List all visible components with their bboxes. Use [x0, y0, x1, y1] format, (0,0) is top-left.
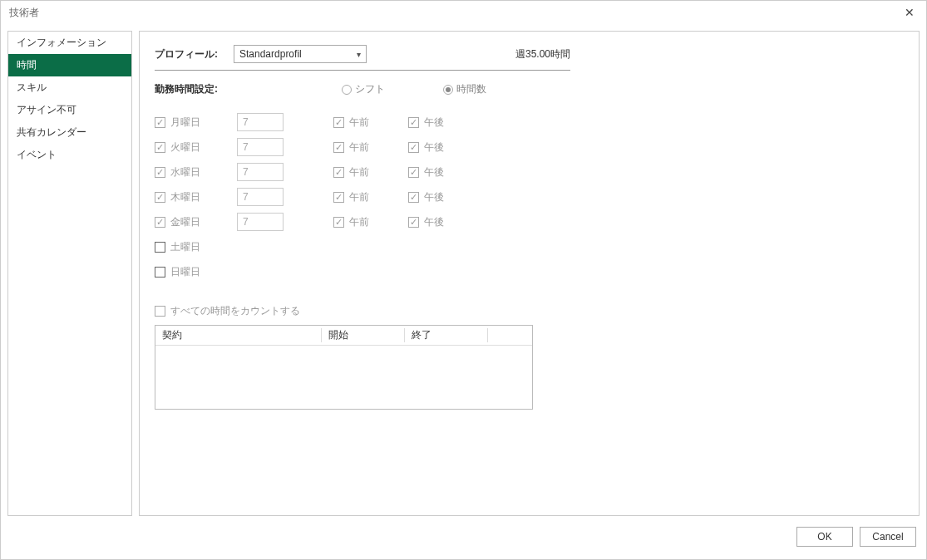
am-label: 午前 [349, 190, 369, 204]
sidebar-item-3[interactable]: アサイン不可 [8, 99, 131, 121]
am-checkbox[interactable] [333, 167, 344, 178]
am-label: 午前 [349, 165, 369, 179]
day-grid: 月曜日午前午後火曜日午前午後水曜日午前午後木曜日午前午後金曜日午前午後土曜日日曜… [155, 110, 904, 284]
pm-checkbox[interactable] [408, 217, 419, 228]
pm-label: 午後 [424, 165, 444, 179]
day-checkbox[interactable] [155, 217, 165, 228]
day-name: 月曜日 [170, 115, 237, 130]
weekly-hours: 週35.00時間 [515, 47, 570, 61]
count-all-label: すべての時間をカウントする [170, 304, 300, 318]
am-checkbox[interactable] [333, 142, 344, 153]
day-name: 土曜日 [170, 240, 237, 254]
sidebar-item-0[interactable]: インフォメーション [8, 32, 131, 54]
pm-label: 午後 [424, 215, 444, 229]
am-label: 午前 [349, 115, 369, 130]
day-checkbox[interactable] [155, 167, 165, 178]
am-label: 午前 [349, 140, 369, 155]
work-setting-label: 勤務時間設定: [155, 82, 234, 96]
day-row-4: 金曜日午前午後 [155, 209, 904, 234]
day-row-1: 火曜日午前午後 [155, 135, 904, 160]
close-icon[interactable]: ✕ [900, 4, 920, 21]
radio-shift[interactable]: シフト [342, 82, 385, 96]
day-checkbox[interactable] [155, 117, 165, 128]
day-checkbox[interactable] [155, 192, 165, 203]
count-all-checkbox[interactable] [155, 306, 165, 317]
dialog-footer: OK Cancel [1, 523, 926, 559]
pm-label: 午後 [424, 190, 444, 204]
pm-slot: 午後 [408, 115, 483, 130]
day-row-0: 月曜日午前午後 [155, 110, 904, 135]
profile-row: プロフィール: Standardprofil ▾ 週35.00時間 [155, 45, 570, 71]
sidebar-item-1[interactable]: 時間 [8, 54, 131, 76]
pm-label: 午後 [424, 140, 444, 155]
pm-slot: 午後 [408, 190, 483, 204]
day-row-2: 水曜日午前午後 [155, 160, 904, 184]
dialog-title: 技術者 [9, 6, 39, 20]
day-row-6: 日曜日 [155, 259, 904, 284]
day-name: 日曜日 [170, 265, 237, 279]
day-name: 水曜日 [170, 165, 237, 179]
radio-icon [342, 85, 352, 95]
count-all-row: すべての時間をカウントする [155, 304, 904, 318]
pm-slot: 午後 [408, 165, 483, 179]
am-checkbox[interactable] [333, 192, 344, 203]
sidebar-item-2[interactable]: スキル [8, 76, 131, 99]
day-hours-input[interactable] [237, 163, 284, 181]
day-row-3: 木曜日午前午後 [155, 184, 904, 209]
am-slot: 午前 [333, 215, 408, 229]
pm-checkbox[interactable] [408, 192, 419, 203]
contract-table: 契約 開始 終了 [155, 325, 533, 410]
sidebar-nav: インフォメーション時間スキルアサイン不可共有カレンダーイベント [7, 31, 132, 516]
day-checkbox[interactable] [155, 142, 165, 153]
am-checkbox[interactable] [333, 117, 344, 128]
table-header: 契約 開始 終了 [155, 326, 532, 346]
content-panel: プロフィール: Standardprofil ▾ 週35.00時間 勤務時間設定… [139, 31, 920, 516]
am-slot: 午前 [333, 115, 408, 130]
day-name: 木曜日 [170, 190, 237, 204]
radio-label: シフト [355, 82, 385, 96]
day-row-5: 土曜日 [155, 234, 904, 259]
day-hours-input[interactable] [237, 188, 284, 206]
am-slot: 午前 [333, 190, 408, 204]
day-hours-input[interactable] [237, 138, 284, 156]
am-checkbox[interactable] [333, 217, 344, 228]
sidebar-item-4[interactable]: 共有カレンダー [8, 121, 131, 144]
am-slot: 午前 [333, 165, 408, 179]
day-name: 金曜日 [170, 215, 237, 229]
work-setting-row: 勤務時間設定: シフト時間数 [155, 77, 570, 103]
radio-hours[interactable]: 時間数 [443, 82, 486, 96]
titlebar: 技術者 ✕ [1, 1, 926, 24]
am-label: 午前 [349, 215, 369, 229]
profile-value: Standardprofil [239, 48, 302, 60]
th-end[interactable]: 終了 [405, 328, 488, 342]
pm-checkbox[interactable] [408, 142, 419, 153]
dialog-body: インフォメーション時間スキルアサイン不可共有カレンダーイベント プロフィール: … [1, 24, 926, 523]
day-hours-input[interactable] [237, 113, 284, 131]
am-slot: 午前 [333, 140, 408, 155]
th-contract[interactable]: 契約 [155, 328, 322, 342]
pm-checkbox[interactable] [408, 117, 419, 128]
profile-label: プロフィール: [155, 47, 234, 61]
pm-label: 午後 [424, 115, 444, 130]
day-checkbox[interactable] [155, 242, 165, 253]
th-start[interactable]: 開始 [322, 328, 405, 342]
radio-label: 時間数 [456, 82, 486, 96]
radio-group: シフト時間数 [342, 82, 486, 96]
chevron-down-icon: ▾ [357, 50, 361, 59]
dialog-window: 技術者 ✕ インフォメーション時間スキルアサイン不可共有カレンダーイベント プロ… [0, 0, 927, 560]
pm-slot: 午後 [408, 215, 483, 229]
table-body[interactable] [155, 346, 532, 409]
profile-select[interactable]: Standardprofil ▾ [234, 45, 367, 63]
day-hours-input[interactable] [237, 213, 284, 231]
sidebar-item-5[interactable]: イベント [8, 144, 131, 166]
day-checkbox[interactable] [155, 267, 165, 278]
ok-button[interactable]: OK [796, 527, 853, 547]
pm-checkbox[interactable] [408, 167, 419, 178]
cancel-button[interactable]: Cancel [860, 527, 916, 547]
day-name: 火曜日 [170, 140, 237, 155]
radio-icon [443, 85, 453, 95]
pm-slot: 午後 [408, 140, 483, 155]
